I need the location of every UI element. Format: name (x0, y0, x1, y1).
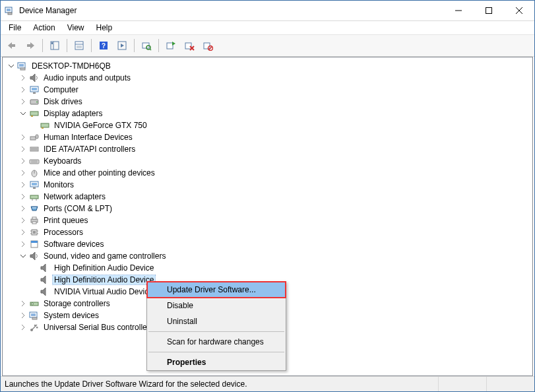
svg-rect-27 (185, 43, 191, 49)
collapse-icon[interactable] (7, 61, 16, 71)
tree-label: Universal Serial Bus controllers (42, 323, 155, 332)
svg-rect-40 (30, 100, 38, 104)
expand-icon[interactable] (18, 192, 28, 201)
svg-marker-77 (41, 264, 46, 272)
mouse-icon (29, 168, 40, 178)
toolbar-scan-button[interactable] (138, 37, 155, 54)
expand-icon[interactable] (18, 299, 28, 308)
expand-icon[interactable] (18, 180, 28, 189)
svg-rect-75 (31, 241, 38, 243)
display-adapter-icon (40, 120, 50, 131)
ctx-uninstall[interactable]: Uninstall (147, 313, 286, 329)
expand-icon[interactable] (18, 145, 28, 154)
tree-node-audio-io[interactable]: Audio inputs and outputs (4, 72, 532, 84)
menu-help[interactable]: Help (91, 22, 118, 34)
collapse-icon[interactable] (18, 109, 28, 118)
expand-icon[interactable] (18, 97, 28, 106)
hid-icon (29, 132, 40, 143)
menu-view[interactable]: View (62, 22, 90, 34)
close-button[interactable] (504, 1, 534, 20)
svg-rect-11 (51, 42, 59, 49)
maximize-button[interactable] (474, 1, 504, 20)
svg-rect-74 (31, 241, 38, 247)
tree-node-ide[interactable]: IDE ATA/ATAPI controllers (4, 143, 532, 155)
svg-rect-82 (30, 312, 37, 317)
svg-point-85 (30, 329, 33, 331)
svg-point-41 (36, 102, 38, 103)
expand-icon[interactable] (18, 216, 28, 225)
tree-label: NVIDIA GeForce GTX 750 (53, 121, 148, 130)
tree-node-monitors[interactable]: Monitors (4, 179, 532, 191)
expand-icon[interactable] (18, 156, 28, 166)
ctx-properties[interactable]: Properties (147, 354, 286, 370)
ctx-scan[interactable]: Scan for hardware changes (147, 334, 286, 350)
svg-rect-84 (32, 317, 37, 319)
toolbar-properties-button[interactable] (71, 37, 88, 54)
tree-node-hid[interactable]: Human Interface Devices (4, 131, 532, 143)
svg-rect-1 (7, 9, 11, 11)
expand-icon[interactable] (18, 168, 28, 178)
svg-marker-9 (30, 42, 34, 49)
toolbar-disable-button[interactable] (199, 37, 216, 54)
tree-root[interactable]: DESKTOP-TMDH6QB (4, 60, 532, 72)
svg-rect-4 (486, 8, 492, 14)
svg-rect-56 (30, 181, 38, 187)
expand-icon[interactable] (18, 85, 28, 94)
expand-icon[interactable] (18, 240, 28, 249)
collapse-icon[interactable] (18, 251, 28, 261)
tree-node-disk[interactable]: Disk drives (4, 96, 532, 108)
expand-icon[interactable] (18, 323, 28, 332)
port-icon (29, 203, 40, 214)
expand-icon[interactable] (18, 73, 28, 82)
minimize-button[interactable] (443, 1, 474, 20)
status-text: Launches the Update Driver Software Wiza… (1, 377, 439, 391)
tree-node-sound[interactable]: Sound, video and game controllers (4, 250, 532, 262)
ctx-update-driver[interactable]: Update Driver Software... (147, 282, 286, 298)
tree-node-computer[interactable]: Computer (4, 84, 532, 96)
svg-rect-25 (167, 43, 173, 49)
svg-rect-47 (36, 135, 38, 139)
tree-node-display[interactable]: Display adapters (4, 108, 532, 119)
tree-node-keyboards[interactable]: Keyboards (4, 155, 532, 167)
expand-icon[interactable] (18, 228, 28, 237)
svg-line-86 (32, 325, 37, 330)
tree-node-softdev[interactable]: Software devices (4, 238, 532, 250)
tree-node-printq[interactable]: Print queues (4, 214, 532, 226)
menu-file[interactable]: File (3, 22, 26, 34)
status-pane (439, 377, 487, 391)
computer-icon (29, 310, 40, 321)
toolbar-action-button[interactable] (113, 37, 131, 54)
tree-node-network[interactable]: Network adapters (4, 191, 532, 203)
speaker-icon (40, 286, 50, 297)
expand-icon[interactable] (18, 311, 28, 320)
printer-icon (29, 215, 40, 226)
keyboard-icon (29, 156, 40, 166)
svg-rect-22 (142, 43, 149, 48)
tree-node-processors[interactable]: Processors (4, 226, 532, 238)
menu-action[interactable]: Action (28, 22, 60, 34)
svg-line-6 (516, 7, 522, 14)
ctx-disable[interactable]: Disable (147, 298, 286, 313)
svg-marker-76 (30, 252, 35, 260)
toolbar-update-driver-button[interactable] (162, 37, 179, 54)
expand-icon[interactable] (18, 204, 28, 213)
toolbar-uninstall-button[interactable] (181, 37, 198, 54)
toolbar-forward-button[interactable] (22, 37, 39, 54)
svg-rect-38 (32, 88, 37, 90)
software-icon (29, 239, 40, 249)
toolbar-back-button[interactable] (3, 37, 20, 54)
tree-node-gpu[interactable]: NVIDIA GeForce GTX 750 (4, 119, 532, 131)
svg-rect-33 (18, 63, 25, 68)
device-tree-panel[interactable]: DESKTOP-TMDH6QB Audio inputs and outputs… (2, 57, 533, 376)
toolbar-show-hide-tree-button[interactable] (46, 37, 63, 54)
svg-point-81 (32, 303, 34, 305)
toolbar-help-button[interactable]: ? (95, 37, 112, 54)
tree-label: Ports (COM & LPT) (42, 204, 113, 213)
tree-label: System devices (42, 311, 100, 320)
svg-point-63 (34, 207, 35, 209)
expand-icon[interactable] (18, 133, 28, 142)
ctx-separator (148, 352, 284, 352)
tree-node-mice[interactable]: Mice and other pointing devices (4, 167, 532, 179)
tree-node-hda1[interactable]: High Definition Audio Device (4, 262, 532, 274)
tree-node-ports[interactable]: Ports (COM & LPT) (4, 203, 532, 214)
